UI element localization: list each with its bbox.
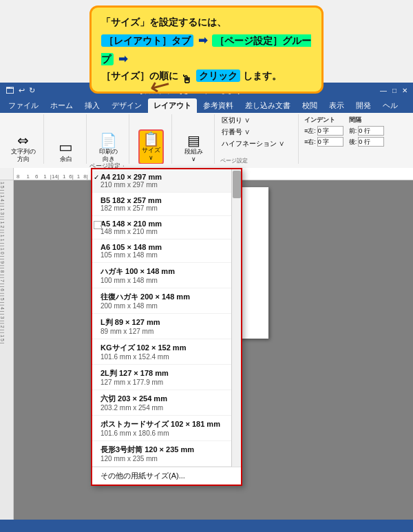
tooltip-line2: ［レイアウト］タブ ➡ ［ページ設定］グループ ➡ — [101, 31, 312, 68]
indent-right-row: ≡右: — [304, 137, 343, 147]
tooltip-arrow2: ➡ — [118, 53, 127, 65]
orientation-button[interactable]: 📄 印刷の向き — [97, 132, 120, 164]
size-name-3: A6 105 × 148 mm — [100, 243, 233, 251]
tab-insert[interactable]: 挿入 — [79, 98, 105, 113]
size-dim-4: 100 mm x 148 mm — [100, 277, 233, 284]
indent-right-label: ≡右: — [304, 138, 316, 147]
size-dim-0: 210 mm x 297 mm — [100, 181, 233, 189]
indent-right-input[interactable] — [317, 137, 343, 147]
margins-icon: ▭ — [59, 140, 73, 155]
dropdown-footer[interactable]: その他の用紙サイズ(A)... — [92, 467, 241, 485]
size-dim-5: 200 mm x 148 mm — [100, 302, 233, 310]
tab-file[interactable]: ファイル — [3, 98, 44, 113]
size-name-9: 六切 203 × 254 mm — [100, 394, 233, 404]
size-name-11: 長形3号封筒 120 × 235 mm — [100, 445, 233, 455]
size-name-0: A4 210 × 297 mm — [100, 173, 233, 181]
tab-help[interactable]: ヘル — [377, 98, 403, 113]
maximize-icon[interactable]: □ — [392, 87, 396, 94]
size-dim-2: 148 mm x 210 mm — [100, 228, 233, 235]
tooltip-arrow1: ➡ — [198, 34, 210, 46]
size-name-8: 2L判 127 × 178 mm — [100, 368, 233, 379]
spacing-after-row: 後: — [349, 137, 385, 147]
spacing-group: 間隔 前: 後: — [349, 116, 385, 164]
spacing-before-row: 前: — [349, 126, 385, 136]
undo-icon[interactable]: ↩ — [19, 86, 25, 95]
size-name-7: KGサイズ 102 × 152 mm — [100, 343, 233, 353]
indent-group: インデント ≡左: ≡右: — [304, 116, 343, 164]
breaks-button[interactable]: 区切り ∨ — [220, 116, 294, 126]
dropdown-item-1[interactable]: B5 182 x 257 mm 182 mm x 257 mm — [92, 193, 241, 216]
orientation-label: 印刷の向き — [99, 148, 118, 163]
textdir-label: 文字列の方向 — [11, 148, 36, 163]
ribbon-group-breaks: 区切り ∨ 行番号 ∨ ハイフネーション ∨ ページ設定 — [216, 114, 299, 166]
columns-label: 段組み∨ — [184, 148, 203, 163]
redo-icon[interactable]: ↻ — [29, 86, 35, 95]
close-icon[interactable]: ✕ — [402, 87, 407, 94]
ruler-vertical: 1 5 | | 1 4 | | 1 3 | | 1 2 | | 1 1 | | … — [0, 180, 14, 532]
spacing-after-label: 後: — [349, 138, 357, 147]
ribbon-group-size: 📋 サイズ∨ — [131, 114, 172, 166]
minimize-icon[interactable]: — — [380, 87, 387, 94]
tab-home[interactable]: ホーム — [45, 98, 78, 113]
indent-left-row: ≡左: — [304, 126, 343, 136]
dropdown-item-2[interactable]: A5 148 × 210 mm 148 mm x 210 mm — [92, 216, 241, 240]
tab-developer[interactable]: 開発 — [350, 98, 377, 113]
dropdown-item-10[interactable]: ポストカードサイズ 102 × 181 mm 101.6 mm x 180.6 … — [92, 416, 241, 441]
dropdown-item-4[interactable]: ハガキ 100 × 148 mm 100 mm x 148 mm — [92, 263, 241, 288]
ribbon-indent-spacing: インデント ≡左: ≡右: 間隔 前: 後: — [300, 114, 388, 166]
hyphenation-button[interactable]: ハイフネーション ∨ — [220, 139, 294, 149]
indent-label: インデント — [304, 116, 343, 125]
size-buttons: 📋 サイズ∨ — [138, 116, 164, 164]
dropdown-item-6[interactable]: L判 89 × 127 mm 89 mm x 127 mm — [92, 314, 241, 339]
size-dim-3: 105 mm x 148 mm — [100, 251, 233, 259]
dropdown-item-8[interactable]: 2L判 127 × 178 mm 127 mm x 177.9 mm — [92, 365, 241, 390]
dropdown-item-0[interactable]: ✓ A4 210 × 297 mm 210 mm x 297 mm — [92, 169, 241, 193]
size-name-1: B5 182 x 257 mm — [100, 196, 233, 204]
spacing-after-input[interactable] — [358, 137, 384, 147]
check-a5 — [94, 221, 102, 229]
check-a4: ✓ — [94, 173, 99, 181]
status-bar — [0, 520, 413, 532]
tab-design[interactable]: デザイン — [106, 98, 147, 113]
dropdown-scrollbar[interactable] — [231, 169, 241, 467]
tooltip-layout-tab: ［レイアウト］タブ — [101, 34, 193, 47]
ribbon-body: ⇔ 文字列の方向 ▭ 余白 📄 印刷の向き 📋 サ — [0, 113, 413, 168]
spacing-before-input[interactable] — [358, 126, 384, 136]
size-dim-11: 120 mm x 235 mm — [100, 455, 233, 462]
ribbon-group-orientation: 📄 印刷の向き — [88, 114, 129, 166]
size-dropdown: ✓ A4 210 × 297 mm 210 mm x 297 mm B5 182… — [91, 168, 242, 486]
dropdown-item-9[interactable]: 六切 203 × 254 mm 203.2 mm x 254 mm — [92, 390, 241, 416]
orientation-icon: 📄 — [100, 134, 117, 147]
ribbon-group-columns: ▤ 段組み∨ — [173, 114, 215, 166]
size-name-4: ハガキ 100 × 148 mm — [100, 266, 233, 277]
size-button[interactable]: 📋 サイズ∨ — [138, 129, 164, 164]
ribbon-tabs: ファイル ホーム 挿入 デザイン レイアウト 参考資料 差し込み文書 校閲 表示… — [0, 98, 413, 113]
size-name-2: A5 148 × 210 mm — [100, 220, 233, 228]
tooltip-click: クリック — [196, 70, 240, 82]
dropdown-scrollbar-thumb[interactable] — [233, 171, 241, 198]
linenumbers-button[interactable]: 行番号 ∨ — [220, 127, 294, 138]
indent-left-input[interactable] — [317, 126, 343, 136]
textdir-button[interactable]: ⇔ 文字列の方向 — [9, 132, 38, 164]
ruler-left-corner — [0, 168, 14, 180]
size-label: サイズ∨ — [142, 147, 160, 162]
tab-mailings[interactable]: 差し込み文書 — [240, 98, 296, 113]
tab-layout[interactable]: レイアウト — [148, 98, 197, 113]
margins-label: 余白 — [60, 156, 72, 163]
dropdown-item-11[interactable]: 長形3号封筒 120 × 235 mm 120 mm x 235 mm — [92, 441, 241, 467]
columns-button[interactable]: ▤ 段組み∨ — [182, 132, 205, 164]
tab-review[interactable]: 校閲 — [297, 98, 323, 113]
columns-buttons: ▤ 段組み∨ — [182, 116, 205, 164]
size-dim-10: 101.6 mm x 180.6 mm — [100, 429, 233, 437]
title-bar-right: — □ ✕ — [380, 87, 407, 94]
dropdown-item-5[interactable]: 往復ハガキ 200 × 148 mm 200 mm x 148 mm — [92, 288, 241, 314]
dropdown-item-7[interactable]: KGサイズ 102 × 152 mm 101.6 mm x 152.4 mm — [92, 339, 241, 365]
dropdown-item-3[interactable]: A6 105 × 148 mm 105 mm x 148 mm — [92, 240, 241, 263]
mouse-icon: 🖱 — [181, 70, 193, 83]
tab-references[interactable]: 参考資料 — [198, 98, 239, 113]
margins-button[interactable]: ▭ 余白 — [55, 138, 77, 164]
margins-buttons: ▭ 余白 — [55, 116, 77, 164]
tab-view[interactable]: 表示 — [324, 98, 350, 113]
tooltip-bubble: 「サイズ」を設定するには、 ［レイアウト］タブ ➡ ［ページ設定］グループ ➡ … — [89, 6, 324, 94]
tooltip-end: します。 — [243, 70, 282, 81]
